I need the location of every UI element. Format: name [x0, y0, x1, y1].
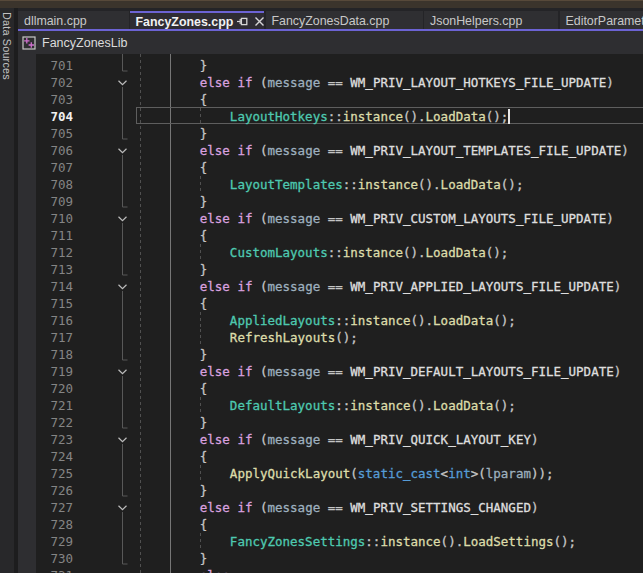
code-line-703[interactable]: 703{ — [18, 91, 643, 108]
pin-icon[interactable] — [236, 14, 249, 30]
token-ctrl: if — [237, 364, 252, 379]
code-line-727[interactable]: 727else if (message == WM_PRIV_SETTINGS_… — [18, 499, 643, 516]
code-editor[interactable]: 701}702else if (message == WM_PRIV_LAYOU… — [18, 54, 643, 573]
token-type: DefaultLayouts — [230, 398, 335, 413]
code-line-711[interactable]: 711{ — [18, 227, 643, 244]
token-punct: (); — [486, 245, 509, 260]
line-number: 713 — [36, 261, 73, 278]
line-number: 727 — [36, 499, 73, 516]
token-plain — [252, 279, 260, 294]
code-line-722[interactable]: 722} — [18, 414, 643, 431]
token-param: message — [268, 143, 321, 158]
close-icon[interactable] — [253, 14, 264, 30]
code-line-710[interactable]: 710else if (message == WM_PRIV_CUSTOM_LA… — [18, 210, 643, 227]
token-plain — [320, 211, 328, 226]
tab-label: dllmain.cpp — [24, 14, 87, 28]
token-punct: (); — [335, 330, 358, 345]
line-number: 708 — [36, 176, 73, 193]
document-tab-JsonHelpers-cpp[interactable]: JsonHelpers.cpp — [424, 11, 558, 32]
left-tool-dock: Data Sources — [0, 8, 14, 573]
code-line-725[interactable]: 725ApplyQuickLayout(static_cast<int>(lpa… — [18, 465, 643, 482]
code-line-706[interactable]: 706else if (message == WM_PRIV_LAYOUT_TE… — [18, 142, 643, 159]
code-line-709[interactable]: 709} — [18, 193, 643, 210]
code-line-705[interactable]: 705} — [18, 125, 643, 142]
code-line-718[interactable]: 718} — [18, 346, 643, 363]
token-ctrl: else — [200, 75, 230, 90]
code-line-726[interactable]: 726} — [18, 482, 643, 499]
token-type: LayoutTemplates — [230, 177, 343, 192]
fold-chevron-icon[interactable] — [116, 499, 129, 516]
line-number: 703 — [36, 91, 73, 108]
document-tab-FancyZonesData-cpp[interactable]: FancyZonesData.cpp — [266, 11, 423, 32]
code-line-717[interactable]: 717RefreshLayouts(); — [18, 329, 643, 346]
token-punct: ( — [260, 279, 268, 294]
token-ctrl: if — [237, 500, 252, 515]
fold-chevron-icon[interactable] — [116, 210, 129, 227]
code-line-731[interactable]: 731else — [18, 567, 643, 573]
code-line-730[interactable]: 730} — [18, 550, 643, 567]
fold-chevron-icon[interactable] — [116, 363, 129, 380]
indent-guide-dashed-level3 — [200, 329, 201, 346]
fold-chevron-icon[interactable] — [116, 431, 129, 448]
code-text: ApplyQuickLayout(static_cast<int>(lparam… — [230, 465, 554, 482]
token-ctrl: else — [200, 211, 230, 226]
document-tab-EditorParameters-cpp[interactable]: EditorParameters.cpp — [560, 11, 643, 32]
token-fn: instance — [343, 109, 403, 124]
code-line-720[interactable]: 720{ — [18, 380, 643, 397]
token-punct: :: — [335, 313, 350, 328]
code-line-728[interactable]: 728{ — [18, 516, 643, 533]
code-line-714[interactable]: 714else if (message == WM_PRIV_APPLIED_L… — [18, 278, 643, 295]
token-fn: LoadSettings — [463, 534, 553, 549]
code-line-708[interactable]: 708LayoutTemplates::instance().LoadData(… — [18, 176, 643, 193]
code-line-704[interactable]: 704LayoutHotkeys::instance().LoadData(); — [18, 108, 643, 125]
dock-tab-data-sources[interactable]: Data Sources — [0, 12, 14, 102]
token-plain — [252, 432, 260, 447]
code-text: { — [200, 516, 208, 533]
code-line-701[interactable]: 701} — [18, 57, 643, 74]
text-caret — [508, 109, 510, 124]
token-punct: ) — [614, 364, 622, 379]
code-text: else — [200, 567, 230, 573]
code-line-707[interactable]: 707{ — [18, 159, 643, 176]
token-fn: instance — [358, 177, 418, 192]
code-text: { — [200, 159, 208, 176]
code-line-724[interactable]: 724{ — [18, 448, 643, 465]
token-param: lparam — [486, 466, 531, 481]
token-ctrl: else — [200, 364, 230, 379]
code-line-712[interactable]: 712CustomLayouts::instance().LoadData(); — [18, 244, 643, 261]
token-param: message — [268, 211, 321, 226]
document-tab-dllmain-cpp[interactable]: dllmain.cpp — [18, 11, 129, 32]
tab-label: JsonHelpers.cpp — [430, 14, 522, 28]
code-line-729[interactable]: 729FancyZonesSettings::instance().LoadSe… — [18, 533, 643, 550]
code-line-719[interactable]: 719else if (message == WM_PRIV_DEFAULT_L… — [18, 363, 643, 380]
navigation-bar[interactable]: FancyZonesLib — [18, 31, 643, 54]
token-ctrl: else — [200, 279, 230, 294]
code-text: } — [200, 193, 208, 210]
token-punct: } — [200, 194, 208, 209]
code-line-723[interactable]: 723else if (message == WM_PRIV_QUICK_LAY… — [18, 431, 643, 448]
code-line-713[interactable]: 713} — [18, 261, 643, 278]
code-text: else if (message == WM_PRIV_SETTINGS_CHA… — [200, 499, 539, 516]
code-line-721[interactable]: 721DefaultLayouts::instance().LoadData()… — [18, 397, 643, 414]
token-ctrl: if — [237, 75, 252, 90]
document-tab-FancyZones-cpp[interactable]: FancyZones.cpp — [130, 11, 265, 32]
code-line-716[interactable]: 716AppliedLayouts::instance().LoadData()… — [18, 312, 643, 329]
code-text: } — [200, 346, 208, 363]
token-param: message — [268, 364, 321, 379]
token-macro: WM_PRIV_APPLIED_LAYOUTS_FILE_UPDATE — [350, 279, 613, 294]
token-punct: == — [328, 279, 343, 294]
token-punct: (). — [418, 177, 441, 192]
line-number: 702 — [36, 74, 73, 91]
code-text: FancyZonesSettings::instance().LoadSetti… — [230, 533, 576, 550]
line-number: 716 — [36, 312, 73, 329]
token-macro: WM_PRIV_LAYOUT_HOTKEYS_FILE_UPDATE — [350, 75, 606, 90]
token-punct: } — [200, 415, 208, 430]
code-line-702[interactable]: 702else if (message == WM_PRIV_LAYOUT_HO… — [18, 74, 643, 91]
line-number: 704 — [36, 108, 73, 125]
code-line-715[interactable]: 715{ — [18, 295, 643, 312]
token-punct: (); — [554, 534, 577, 549]
fold-chevron-icon[interactable] — [116, 142, 129, 159]
fold-chevron-icon[interactable] — [116, 74, 129, 91]
token-punct: ) — [531, 432, 539, 447]
fold-chevron-icon[interactable] — [116, 278, 129, 295]
